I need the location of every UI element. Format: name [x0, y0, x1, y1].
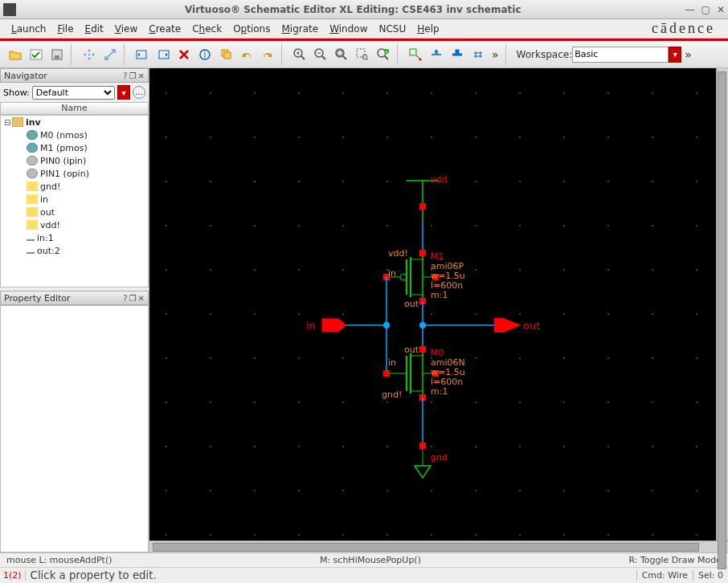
- place-net-icon[interactable]: [468, 45, 488, 64]
- zoom-fit-icon[interactable]: [332, 45, 351, 64]
- property-editor-title: Property Editor: [4, 293, 71, 304]
- property-editor-header: Property Editor ?❐✕: [0, 291, 149, 305]
- vertical-scrollbar[interactable]: [716, 68, 728, 540]
- navigator-title: Navigator: [4, 71, 47, 81]
- tree-item[interactable]: out:2: [1, 244, 148, 257]
- schematic-canvas[interactable]: vdd gnd in out vdd! in out M1 ami06P w=1…: [149, 68, 728, 540]
- schematic-canvas-wrap: vdd gnd in out vdd! in out M1 ami06P w=1…: [149, 68, 728, 552]
- tree-item[interactable]: in: [1, 193, 148, 206]
- save-icon[interactable]: [47, 45, 67, 64]
- place-wire-icon[interactable]: [427, 45, 446, 64]
- menu-window[interactable]: Window: [325, 22, 372, 36]
- menu-help[interactable]: Help: [412, 22, 444, 36]
- svg-point-19: [419, 58, 422, 60]
- copy-icon[interactable]: [216, 45, 235, 64]
- panel-help-icon[interactable]: ?: [123, 71, 127, 80]
- place-wide-wire-icon[interactable]: [448, 45, 467, 64]
- panel-close-icon[interactable]: ✕: [138, 71, 145, 80]
- maximize-button[interactable]: ▢: [701, 4, 710, 15]
- zoom-out-icon[interactable]: [311, 45, 330, 64]
- workspace-dropdown-button[interactable]: ▾: [669, 47, 681, 63]
- tree-item[interactable]: M1 (pmos): [1, 141, 148, 154]
- menu-options[interactable]: Options: [228, 22, 275, 36]
- show-label: Show:: [3, 88, 30, 98]
- info-icon[interactable]: i: [195, 45, 215, 64]
- show-options-button[interactable]: …: [133, 86, 145, 99]
- brand-logo: cādence: [652, 20, 722, 37]
- m1-gate-label: in: [388, 268, 396, 279]
- check-save-icon[interactable]: [27, 45, 46, 64]
- show-dropdown-button[interactable]: ▾: [117, 85, 130, 100]
- svg-point-29: [400, 274, 407, 280]
- mouse-right: R: Toggle Draw Mode: [628, 555, 722, 565]
- minimize-button[interactable]: —: [685, 4, 695, 15]
- status-count: 1(2): [0, 570, 26, 581]
- tree-item[interactable]: vdd!: [1, 218, 148, 231]
- navigator-header: Navigator ?❐✕: [0, 68, 149, 83]
- horizontal-scrollbar[interactable]: [149, 540, 728, 552]
- place-instance-icon[interactable]: [406, 45, 425, 64]
- menu-create[interactable]: Create: [144, 22, 186, 36]
- svg-rect-13: [357, 49, 365, 57]
- svg-rect-18: [410, 49, 416, 55]
- move-icon[interactable]: [80, 45, 99, 64]
- menu-file[interactable]: File: [52, 22, 78, 36]
- zoom-in-icon[interactable]: [290, 45, 309, 64]
- tree-column-header[interactable]: Name: [0, 102, 149, 115]
- m0-gnd-label: gnd!: [382, 389, 402, 400]
- tree-item[interactable]: M0 (nmos): [1, 128, 148, 141]
- tree-item[interactable]: PIN1 (opin): [1, 167, 148, 180]
- open-icon[interactable]: [6, 45, 25, 64]
- menubar: Launch File Edit View Create Check Optio…: [0, 19, 728, 39]
- svg-text:+: +: [384, 49, 389, 55]
- window-titlebar: Virtuoso® Schematic Editor XL Editing: C…: [0, 0, 728, 19]
- menu-ncsu[interactable]: NCSU: [374, 22, 411, 36]
- command-status-bar: 1(2) Cmd: Wire Sel: 0: [0, 567, 728, 583]
- workspace-select[interactable]: [572, 47, 669, 63]
- tree-item[interactable]: gnd!: [1, 180, 148, 193]
- svg-text:i: i: [204, 51, 207, 59]
- menu-edit[interactable]: Edit: [80, 22, 108, 36]
- sidebar: Navigator ?❐✕ Show: Default ▾ … Name ⊟in…: [0, 68, 149, 552]
- tree-item[interactable]: in:1: [1, 231, 148, 244]
- tree-item[interactable]: PIN0 (ipin): [1, 154, 148, 167]
- undo-icon[interactable]: [237, 45, 256, 64]
- close-button[interactable]: ✕: [717, 4, 725, 15]
- zoom-add-icon[interactable]: +: [374, 45, 393, 64]
- panel-close-icon[interactable]: ✕: [138, 294, 145, 303]
- redo-icon[interactable]: [258, 45, 277, 64]
- mouse-left: mouse L: mouseAddPt(): [6, 555, 112, 565]
- delete-icon[interactable]: [174, 45, 194, 64]
- tree-item[interactable]: ⊟inv: [1, 116, 148, 128]
- menu-launch[interactable]: Launch: [6, 22, 51, 36]
- show-select[interactable]: Default: [32, 86, 115, 100]
- m1-drain-label: out: [404, 299, 419, 309]
- svg-rect-54: [419, 346, 426, 353]
- navigator-tree[interactable]: ⊟invM0 (nmos)M1 (pmos)PIN0 (ipin)PIN1 (o…: [0, 115, 149, 287]
- tree-item[interactable]: out: [1, 206, 148, 218]
- app-icon: [3, 3, 16, 16]
- zoom-select-icon[interactable]: [353, 45, 372, 64]
- svg-rect-12: [337, 51, 342, 55]
- panel-help-icon[interactable]: ?: [123, 294, 127, 303]
- redo-left-icon[interactable]: [133, 45, 152, 64]
- menu-view[interactable]: View: [110, 22, 142, 36]
- menu-check[interactable]: Check: [187, 22, 227, 36]
- panel-undock-icon[interactable]: ❐: [129, 294, 137, 303]
- m1-m: m:1: [431, 290, 448, 300]
- mouse-mid: M: schHiMousePopUp(): [112, 555, 628, 565]
- svg-rect-32: [419, 250, 426, 256]
- svg-rect-56: [383, 370, 390, 377]
- redo-right-icon[interactable]: [153, 45, 173, 64]
- menu-migrate[interactable]: Migrate: [276, 22, 323, 36]
- scale-icon[interactable]: [100, 45, 120, 64]
- svg-rect-23: [419, 203, 426, 210]
- gnd-net-label: gnd: [431, 452, 448, 463]
- m1-vdd-label: vdd!: [388, 248, 408, 259]
- toolbar-overflow-icon[interactable]: »: [492, 48, 499, 61]
- toolbar: i + » Workspace: ▾ »: [0, 41, 728, 68]
- toolbar-overflow-2-icon[interactable]: »: [685, 48, 692, 61]
- property-editor-body: [0, 305, 149, 552]
- panel-undock-icon[interactable]: ❐: [129, 71, 137, 80]
- command-prompt[interactable]: [26, 569, 636, 581]
